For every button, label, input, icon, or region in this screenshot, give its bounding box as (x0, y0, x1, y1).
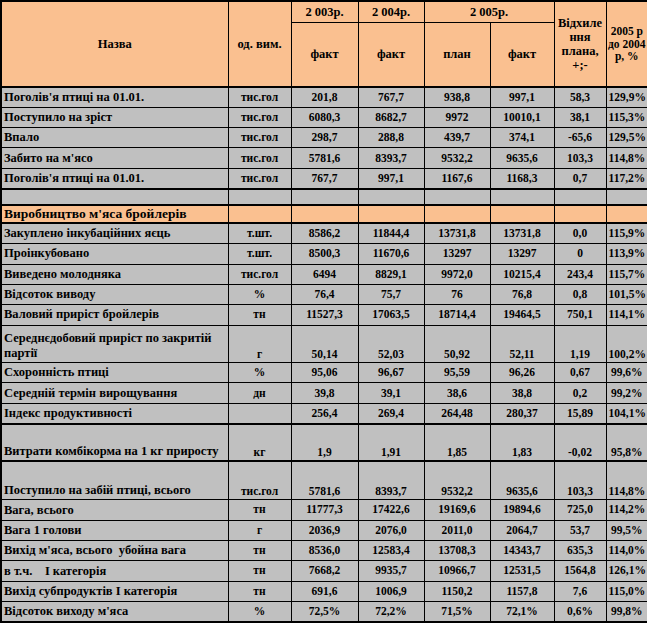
col-subheader-2003-fact: факт (291, 22, 358, 87)
row-label (1, 189, 228, 205)
row-value: 6494 (291, 264, 358, 284)
row-value: 99,8% (606, 602, 647, 623)
row-value: 1,85 (424, 424, 490, 462)
row-label: в т.ч. І категорія (1, 561, 228, 581)
row-value: 767,7 (291, 168, 358, 188)
row-value: 767,7 (358, 87, 424, 107)
row-label: Валовий приріст бройлерів (1, 305, 228, 325)
row-value: 12531,5 (490, 561, 554, 581)
row-value: 8586,2 (291, 223, 358, 243)
row-value: 126,1% (606, 561, 647, 581)
row-value: 13297 (490, 244, 554, 264)
row-value: 114,8% (606, 148, 647, 168)
table-body: Поголів'я птиці на 01.01.тис.гол201,8767… (1, 87, 647, 622)
row-value (424, 205, 490, 223)
production-table: Назва од. вим. 2 003р. 2 004р. 2 005р. В… (0, 0, 647, 623)
row-label: Виробництво м'яса бройлерів (1, 205, 228, 223)
row-value: 115,0% (606, 581, 647, 601)
col-header-unit: од. вим. (228, 1, 291, 87)
row-value: 8536,0 (291, 541, 358, 561)
data-row: Закуплено інкубаційних яєцьт.шт.8586,211… (1, 223, 647, 243)
row-value: 1006,9 (358, 581, 424, 601)
row-value: 104,1% (606, 403, 647, 423)
row-value: 95,8% (606, 424, 647, 462)
col-header-2004: 2 004р. (358, 1, 424, 22)
row-value: 95,59 (424, 363, 490, 383)
row-value: 101,5% (606, 284, 647, 304)
row-value: 1168,3 (490, 168, 554, 188)
data-row: в т.ч. І категоріятн7668,29935,710966,71… (1, 561, 647, 581)
row-label: Поступило на забій птиці, всього (1, 461, 228, 500)
col-header-ratio: 2005 р до 2004 р, % (606, 1, 647, 87)
row-value: 1,83 (490, 424, 554, 462)
row-value: 76,8 (490, 284, 554, 304)
data-row: Валовий приріст бройлерівтн11527,317063,… (1, 305, 647, 325)
data-row: Поступило на забій птиці, всьоготис.гол5… (1, 461, 647, 500)
row-value: 750,1 (554, 305, 606, 325)
row-value: 10966,7 (424, 561, 490, 581)
row-unit: % (228, 363, 291, 383)
data-row: Середнєдобовий приріст по закритій парті… (1, 325, 647, 363)
data-row: Вихід субпродуктів І категоріятн691,6100… (1, 581, 647, 601)
row-label: Проінкубовано (1, 244, 228, 264)
row-value: 50,92 (424, 325, 490, 363)
row-value: 72,1% (490, 602, 554, 623)
row-value: 997,1 (358, 168, 424, 188)
row-unit: г (228, 325, 291, 363)
row-value: 96,26 (490, 363, 554, 383)
row-label: Середнєдобовий приріст по закритій парті… (1, 325, 228, 363)
row-value: 2076,0 (358, 520, 424, 540)
row-value: 6080,3 (291, 107, 358, 127)
row-unit: тис.гол (228, 461, 291, 500)
row-unit: % (228, 284, 291, 304)
row-value: 52,11 (490, 325, 554, 363)
row-value: 19894,6 (490, 500, 554, 520)
row-label: Схоронність птиці (1, 363, 228, 383)
row-value: 725,0 (554, 500, 606, 520)
row-value: 19169,6 (424, 500, 490, 520)
row-value: 38,8 (490, 383, 554, 403)
row-value: 13297 (424, 244, 490, 264)
row-value: 10215,4 (490, 264, 554, 284)
row-value: 9635,6 (490, 461, 554, 500)
row-value: 113,9% (606, 244, 647, 264)
row-value: 1150,2 (424, 581, 490, 601)
row-value: 115,7% (606, 264, 647, 284)
row-unit: тис.гол (228, 264, 291, 284)
row-value: 11844,4 (358, 223, 424, 243)
row-value: 635,3 (554, 541, 606, 561)
row-value: 9935,7 (358, 561, 424, 581)
row-label: Забито на м'ясо (1, 148, 228, 168)
row-unit: дн (228, 383, 291, 403)
row-label: Вихід субпродуктів І категорія (1, 581, 228, 601)
row-value: 439,7 (424, 128, 490, 148)
row-label: Вага 1 голови (1, 520, 228, 540)
row-value: 243,4 (554, 264, 606, 284)
row-value: 298,7 (291, 128, 358, 148)
row-value: 10010,1 (490, 107, 554, 127)
table-header: Назва од. вим. 2 003р. 2 004р. 2 005р. В… (1, 1, 647, 87)
data-row: Поголів'я птиці на 01.01.тис.гол767,7997… (1, 168, 647, 188)
col-subheader-2005-plan: план (424, 22, 490, 87)
row-value (606, 189, 647, 205)
row-value: 11670,6 (358, 244, 424, 264)
header-row-years: Назва од. вим. 2 003р. 2 004р. 2 005р. В… (1, 1, 647, 22)
row-value: 50,14 (291, 325, 358, 363)
row-value: 0,2 (554, 383, 606, 403)
spacer-row (1, 189, 647, 205)
row-value: 114,8% (606, 461, 647, 500)
data-row: Поголів'я птиці на 01.01.тис.гол201,8767… (1, 87, 647, 107)
row-label: Закуплено інкубаційних яєць (1, 223, 228, 243)
row-value: 11777,3 (291, 500, 358, 520)
row-unit: тн (228, 561, 291, 581)
section-header-row: Виробництво м'яса бройлерів (1, 205, 647, 223)
row-value: 114,0% (606, 541, 647, 561)
row-value: 95,06 (291, 363, 358, 383)
row-value: 18714,4 (424, 305, 490, 325)
row-value: 13708,3 (424, 541, 490, 561)
data-row: Забито на м'ясотис.гол5781,68393,79532,2… (1, 148, 647, 168)
row-value: 997,1 (490, 87, 554, 107)
row-label: Витрати комбікорма на 1 кг приросту (1, 424, 228, 462)
row-value (424, 189, 490, 205)
row-value (358, 205, 424, 223)
